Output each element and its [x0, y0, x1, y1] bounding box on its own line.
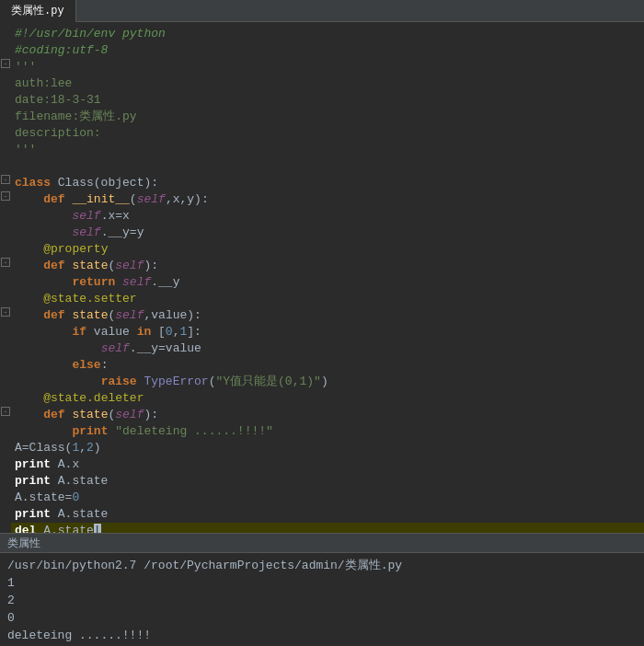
console-output-3: 0	[7, 609, 637, 627]
fold-arrow[interactable]: -	[1, 175, 10, 184]
code-line: '''	[0, 142, 644, 158]
code-line: @state.setter	[0, 291, 644, 307]
code-line-active: del A.state|	[0, 523, 644, 533]
code-line: @property	[0, 241, 644, 258]
code-text: '''	[11, 59, 644, 75]
code-line: #coding:utf-8	[0, 42, 644, 59]
code-text: def __init__(self,x,y):	[11, 191, 644, 208]
code-text: print A.state	[11, 506, 644, 523]
code-line: filename:类属性.py	[0, 109, 644, 125]
code-text: date:18-3-31	[11, 92, 644, 109]
gutter: -	[0, 407, 11, 416]
code-line: - class Class(object):	[0, 175, 644, 191]
console-output-1: 1	[7, 574, 637, 592]
code-text: raise TypeError("Y值只能是(0,1)")	[11, 374, 644, 390]
gutter: -	[0, 191, 11, 201]
code-line: print A.state	[0, 473, 644, 490]
code-text: #!/usr/bin/env python	[11, 26, 644, 42]
editor-area: #!/usr/bin/env python #coding:utf-8 - ''…	[0, 22, 644, 533]
fold-arrow[interactable]: -	[1, 59, 10, 68]
console-output-2: 2	[7, 592, 637, 609]
code-text: '''	[11, 142, 644, 158]
console-path: /usr/bin/python2.7 /root/PycharmProjects…	[7, 557, 637, 574]
status-text: 类属性	[7, 536, 40, 551]
code-text: def state(self):	[11, 407, 644, 423]
code-line: print A.state	[0, 506, 644, 523]
code-text: auth:lee	[11, 75, 644, 92]
tab-label: 类属性.py	[11, 3, 64, 18]
gutter: -	[0, 175, 11, 184]
code-text: @state.deleter	[11, 390, 644, 407]
code-text: else:	[11, 357, 644, 374]
code-text: A=Class(1,2)	[11, 440, 644, 456]
code-line: raise TypeError("Y值只能是(0,1)")	[0, 374, 644, 390]
code-line: self.x=x	[0, 208, 644, 225]
code-line: - def __init__(self,x,y):	[0, 191, 644, 208]
active-tab[interactable]: 类属性.py	[0, 0, 76, 22]
code-text: description:	[11, 125, 644, 142]
code-text: def state(self,value):	[11, 307, 644, 324]
fold-arrow[interactable]: -	[1, 258, 10, 267]
status-bar: 类属性	[0, 533, 644, 553]
code-line: auth:lee	[0, 75, 644, 92]
code-line: return self.__y	[0, 274, 644, 291]
code-text: def state(self):	[11, 258, 644, 274]
code-line: date:18-3-31	[0, 92, 644, 109]
code-line: self.__y=y	[0, 225, 644, 241]
fold-arrow[interactable]: -	[1, 307, 10, 317]
code-line: A.state=0	[0, 490, 644, 506]
console-area: /usr/bin/python2.7 /root/PycharmProjects…	[0, 553, 644, 646]
gutter: -	[0, 59, 11, 68]
code-text	[11, 158, 644, 175]
code-line	[0, 158, 644, 175]
code-line: else:	[0, 357, 644, 374]
code-line: description:	[0, 125, 644, 142]
code-text: A.state=0	[11, 490, 644, 506]
code-line: - '''	[0, 59, 644, 75]
code-text: filename:类属性.py	[11, 109, 644, 125]
console-output-4: deleteing ......!!!!	[7, 627, 637, 644]
fold-arrow[interactable]: -	[1, 191, 10, 201]
fold-arrow[interactable]: -	[1, 407, 10, 416]
code-line: @state.deleter	[0, 390, 644, 407]
code-text: class Class(object):	[11, 175, 644, 191]
code-text: self.__y=y	[11, 225, 644, 241]
code-text: print A.state	[11, 473, 644, 490]
code-text: self.x=x	[11, 208, 644, 225]
code-text: print "deleteing ......!!!!"	[11, 423, 644, 440]
tab-bar: 类属性.py	[0, 0, 644, 22]
code-text: self.__y=value	[11, 340, 644, 357]
code-line: print "deleteing ......!!!!"	[0, 423, 644, 440]
gutter: -	[0, 307, 11, 317]
code-text: if value in [0,1]:	[11, 324, 644, 340]
code-line: - def state(self):	[0, 407, 644, 423]
code-line: - def state(self,value):	[0, 307, 644, 324]
gutter: -	[0, 258, 11, 267]
code-text: #coding:utf-8	[11, 42, 644, 59]
code-text: @property	[11, 241, 644, 258]
code-line: A=Class(1,2)	[0, 440, 644, 456]
code-line: - def state(self):	[0, 258, 644, 274]
code-text: print A.x	[11, 456, 644, 473]
code-text: @state.setter	[11, 291, 644, 307]
code-line: if value in [0,1]:	[0, 324, 644, 340]
code-text: return self.__y	[11, 274, 644, 291]
code-line: #!/usr/bin/env python	[0, 26, 644, 42]
code-text: del A.state|	[11, 523, 644, 533]
code-line: self.__y=value	[0, 340, 644, 357]
code-line: print A.x	[0, 456, 644, 473]
